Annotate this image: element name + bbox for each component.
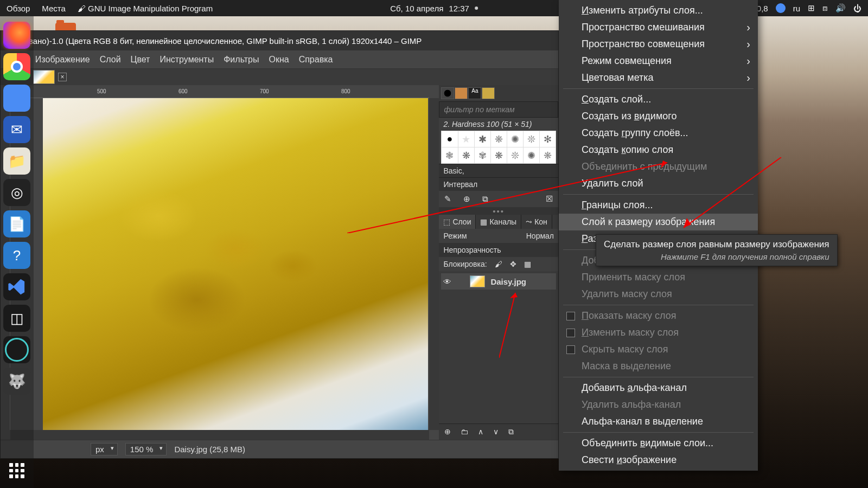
libreoffice-icon[interactable]: 📄: [3, 210, 30, 237]
ctx-item[interactable]: Пространство совмещения: [559, 36, 758, 53]
ctx-item[interactable]: Создать из видимого: [559, 108, 758, 125]
brush-item[interactable]: ✻: [540, 131, 556, 147]
ctx-item[interactable]: Создать группу слоёв...: [559, 125, 758, 142]
brush-item[interactable]: ❊: [524, 131, 539, 147]
canvas-area: 400 500 600 700 800: [1, 85, 439, 440]
chrome-icon[interactable]: [3, 53, 30, 80]
brush-dup-icon[interactable]: ⧉: [482, 194, 488, 204]
rhythmbox-icon[interactable]: ◎: [3, 179, 30, 206]
scrollbar-vertical[interactable]: [429, 98, 439, 430]
channels-tab[interactable]: ▦Каналы: [476, 215, 521, 229]
show-apps-button[interactable]: [6, 460, 28, 481]
ctx-item[interactable]: Пространство смешивания: [559, 19, 758, 36]
tab-close-button[interactable]: ×: [58, 73, 67, 81]
menu-image[interactable]: Изображение: [35, 55, 90, 65]
gimp-icon[interactable]: 🐺: [3, 368, 30, 395]
brush-item[interactable]: ❋: [491, 131, 507, 147]
ctx-item[interactable]: Создать копию слоя: [559, 142, 758, 158]
visibility-eye-icon[interactable]: 👁: [443, 277, 451, 286]
brush-item[interactable]: ✱: [475, 131, 490, 147]
brush-item[interactable]: ❋: [540, 147, 556, 163]
brush-spacing-label[interactable]: Интервал: [439, 177, 558, 191]
layer-group-icon[interactable]: 🗀: [461, 427, 468, 436]
ruler-horizontal[interactable]: 400 500 600 700 800: [10, 85, 429, 98]
thunderbird-icon[interactable]: ✉: [3, 116, 30, 143]
zoom-select[interactable]: 150 %: [125, 443, 167, 455]
brush-filter-input[interactable]: фильтр по меткам: [439, 101, 558, 118]
layer-name[interactable]: Daisy.jpg: [490, 277, 526, 286]
layer-down-icon[interactable]: ∨: [493, 427, 499, 436]
unit-select[interactable]: px: [91, 443, 118, 455]
window-titlebar[interactable]: ртировано)-1.0 (Цвета RGB 8 бит, нелиней…: [1, 31, 558, 50]
ctx-item[interactable]: Слой к размеру изображения: [559, 214, 758, 230]
time-label[interactable]: 12:37: [449, 4, 469, 13]
brush-item[interactable]: ✺: [507, 131, 523, 147]
brush-item[interactable]: ✾: [475, 147, 490, 163]
tooltip-hint: Нажмите F1 для получения полной справки: [604, 252, 829, 261]
help-icon[interactable]: ?: [3, 242, 30, 269]
menu-filters[interactable]: Фильтры: [224, 55, 259, 65]
files-icon[interactable]: 📁: [3, 147, 30, 175]
lock-pixels-icon[interactable]: 🖌: [495, 260, 502, 268]
app-menu[interactable]: 🖌 GNU Image Manipulation Program: [78, 4, 213, 13]
ctx-item[interactable]: Свести изображение: [559, 452, 758, 468]
brush-item[interactable]: ★: [458, 131, 474, 147]
lock-position-icon[interactable]: ✥: [510, 260, 516, 268]
places-menu[interactable]: Места: [42, 4, 66, 13]
layer-up-icon[interactable]: ∧: [478, 427, 483, 436]
history-tab[interactable]: [482, 87, 495, 99]
menu-windows[interactable]: Окна: [269, 55, 289, 65]
fonts-tab[interactable]: Aa: [468, 87, 481, 99]
paths-tab[interactable]: ⤳Кон: [521, 215, 552, 229]
layers-tab[interactable]: ⬚Слои: [439, 215, 476, 229]
image-tab-thumb[interactable]: [33, 70, 55, 84]
menu-layer[interactable]: Слой: [100, 55, 121, 65]
chromium-icon[interactable]: [3, 85, 30, 112]
vscode-icon[interactable]: [3, 273, 30, 300]
qbit-icon[interactable]: [776, 3, 786, 13]
ctx-item[interactable]: Объединить видимые слои...: [559, 435, 758, 452]
brush-item[interactable]: ❋: [491, 147, 507, 163]
menu-color[interactable]: Цвет: [131, 55, 150, 65]
date-label[interactable]: Сб, 10 апреля: [390, 4, 443, 13]
volume-icon[interactable]: 🔊: [835, 3, 846, 13]
menu-help[interactable]: Справка: [299, 55, 333, 65]
ctx-item[interactable]: Цветовая метка: [559, 69, 758, 86]
dock-separator[interactable]: •••: [439, 207, 558, 215]
brush-item[interactable]: ❊: [507, 147, 523, 163]
ctx-item[interactable]: Границы слоя...: [559, 197, 758, 214]
ctx-item[interactable]: Альфа-канал в выделение: [559, 413, 758, 430]
brush-delete-icon[interactable]: ☒: [546, 194, 553, 204]
scrollbar-horizontal[interactable]: [10, 430, 429, 440]
power-icon[interactable]: ⏻: [853, 4, 861, 13]
ctx-item[interactable]: Добавить альфа-канал: [559, 380, 758, 396]
layer-mode-value[interactable]: Нормал: [526, 232, 554, 240]
new-layer-icon[interactable]: ⊕: [444, 427, 451, 436]
lang-indicator[interactable]: ru: [793, 4, 800, 13]
ctx-item[interactable]: Режим совмещения: [559, 53, 758, 69]
lock-alpha-icon[interactable]: ▦: [524, 260, 531, 268]
brush-item[interactable]: ❋: [458, 147, 474, 163]
firefox-icon[interactable]: [3, 22, 30, 49]
menu-tools[interactable]: Инструменты: [159, 55, 214, 65]
bluetooth-icon[interactable]: ⧈: [822, 3, 828, 13]
network-icon[interactable]: ⊞: [808, 3, 815, 13]
patterns-tab[interactable]: [455, 87, 468, 99]
layer-dup-icon[interactable]: ⧉: [508, 427, 514, 436]
brush-new-icon[interactable]: ⊕: [463, 194, 470, 204]
brush-item[interactable]: ●: [442, 131, 457, 147]
ctx-item[interactable]: Удалить слой: [559, 175, 758, 192]
virtualbox-icon[interactable]: ◫: [3, 305, 30, 332]
brush-edit-icon[interactable]: ✎: [444, 194, 451, 204]
brushes-tab[interactable]: [441, 87, 454, 99]
activities-button[interactable]: Обзор: [7, 4, 30, 13]
image-canvas[interactable]: [43, 98, 428, 434]
remote-icon[interactable]: [3, 336, 30, 363]
ctx-item[interactable]: Изменить атрибуты слоя...: [559, 2, 758, 19]
ctx-item[interactable]: Создать слой...: [559, 91, 758, 108]
brush-item[interactable]: ✺: [524, 147, 539, 163]
layer-thumbnail[interactable]: [470, 275, 485, 287]
brush-item[interactable]: ❃: [442, 147, 457, 163]
layer-item[interactable]: 👁 Daisy.jpg: [441, 273, 556, 290]
layer-opacity-label[interactable]: Непрозрачность: [443, 246, 501, 254]
